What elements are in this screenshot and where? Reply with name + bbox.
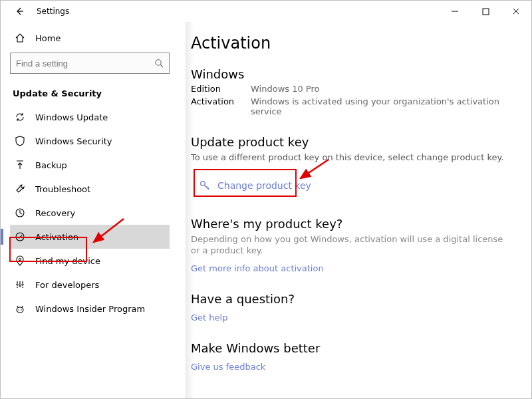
- insider-icon: [14, 303, 26, 315]
- sync-icon: [14, 111, 26, 123]
- maximize-button[interactable]: [470, 1, 501, 22]
- sidebar-item-label: Troubleshoot: [35, 184, 90, 194]
- svg-point-1: [156, 60, 161, 65]
- change-product-key-label: Change product key: [217, 180, 311, 191]
- close-icon: [512, 7, 520, 15]
- activation-icon: [14, 231, 26, 243]
- svg-point-8: [17, 307, 23, 313]
- backup-icon: [14, 159, 26, 171]
- minimize-button[interactable]: [440, 1, 470, 22]
- svg-rect-0: [483, 9, 489, 15]
- svg-point-4: [19, 258, 21, 260]
- panel-divider: [186, 22, 186, 398]
- close-button[interactable]: [501, 1, 531, 22]
- more-info-link[interactable]: Get more info about activation: [191, 263, 324, 273]
- svg-point-9: [18, 309, 19, 310]
- search-input[interactable]: [16, 59, 154, 68]
- sidebar-item-find-my-device[interactable]: Find my device: [10, 249, 170, 273]
- edition-label: Edition: [191, 84, 251, 94]
- content-pane: Activation Windows Edition Windows 10 Pr…: [179, 22, 531, 398]
- svg-point-10: [21, 309, 21, 310]
- page-title: Activation: [191, 34, 513, 53]
- location-icon: [14, 255, 26, 267]
- get-help-link[interactable]: Get help: [191, 313, 227, 323]
- sidebar-item-windows-security[interactable]: Windows Security: [10, 129, 170, 153]
- change-product-key-button[interactable]: Change product key: [191, 173, 513, 198]
- key-icon: [199, 180, 211, 192]
- troubleshoot-icon: [14, 183, 26, 195]
- sidebar-item-for-developers[interactable]: For developers: [10, 273, 170, 297]
- question-heading: Have a question?: [191, 292, 513, 306]
- svg-point-7: [22, 284, 23, 285]
- sidebar-item-insider[interactable]: Windows Insider Program: [10, 297, 170, 321]
- sidebar-item-troubleshoot[interactable]: Troubleshoot: [10, 177, 170, 201]
- where-key-heading: Where's my product key?: [191, 217, 513, 231]
- sidebar-item-label: Windows Update: [35, 112, 108, 122]
- sidebar: Home Update & Security Windows Update Wi…: [1, 22, 179, 398]
- home-label: Home: [35, 33, 61, 43]
- sidebar-item-label: Windows Security: [35, 136, 112, 146]
- activation-label: Activation: [191, 96, 251, 116]
- home-icon: [14, 32, 26, 44]
- back-icon: [15, 7, 24, 16]
- category-heading: Update & Security: [13, 88, 170, 98]
- sidebar-item-label: Windows Insider Program: [35, 304, 145, 314]
- shield-icon: [14, 135, 26, 147]
- maximize-icon: [482, 8, 489, 15]
- developer-icon: [14, 279, 26, 291]
- sidebar-item-backup[interactable]: Backup: [10, 153, 170, 177]
- update-key-heading: Update product key: [191, 135, 513, 149]
- sidebar-item-label: Recovery: [35, 208, 75, 218]
- feedback-link[interactable]: Give us feedback: [191, 362, 265, 372]
- minimize-icon: [451, 7, 459, 15]
- sidebar-item-windows-update[interactable]: Windows Update: [10, 105, 170, 129]
- svg-point-6: [19, 285, 21, 287]
- sidebar-item-label: Activation: [35, 232, 78, 242]
- where-key-desc: Depending on how you got Windows, activa…: [191, 233, 513, 257]
- better-heading: Make Windows better: [191, 341, 513, 355]
- svg-point-3: [16, 233, 24, 241]
- svg-point-5: [17, 284, 18, 285]
- window-title: Settings: [37, 7, 69, 16]
- sidebar-item-activation[interactable]: Activation: [10, 225, 170, 249]
- sidebar-item-label: Backup: [35, 160, 67, 170]
- recovery-icon: [14, 207, 26, 219]
- sidebar-item-label: Find my device: [35, 256, 100, 266]
- edition-value: Windows 10 Pro: [251, 84, 513, 94]
- windows-heading: Windows: [191, 67, 513, 81]
- activation-value: Windows is activated using your organiza…: [251, 96, 513, 116]
- search-box[interactable]: [10, 53, 170, 74]
- search-icon: [154, 59, 164, 68]
- sidebar-item-label: For developers: [35, 280, 99, 290]
- update-key-desc: To use a different product key on this d…: [191, 152, 513, 164]
- back-button[interactable]: [9, 1, 30, 22]
- home-button[interactable]: Home: [10, 26, 170, 50]
- sidebar-item-recovery[interactable]: Recovery: [10, 201, 170, 225]
